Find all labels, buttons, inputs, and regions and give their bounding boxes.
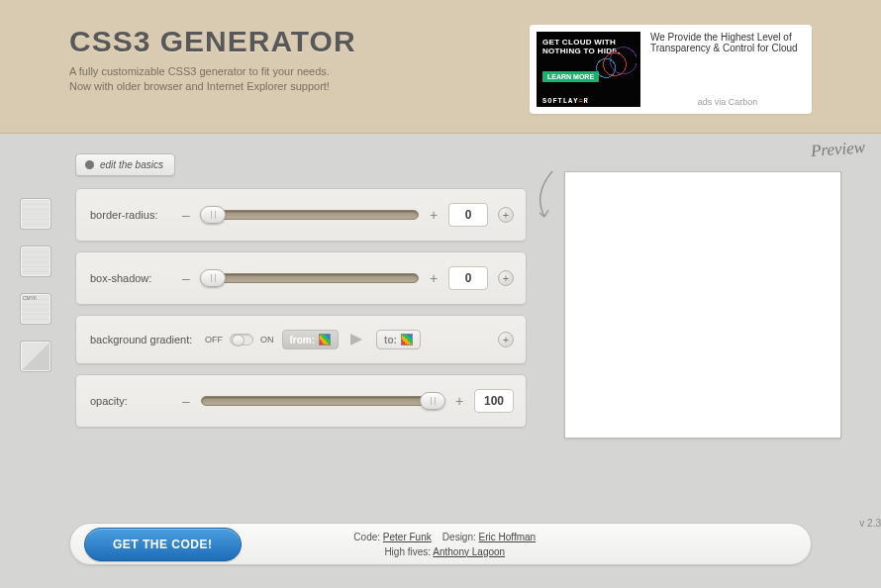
border-radius-icon[interactable] xyxy=(20,198,51,230)
arrow-drawn-icon xyxy=(531,167,564,227)
design-author-link[interactable]: Eric Hoffman xyxy=(479,532,537,542)
color-swatch-icon xyxy=(319,334,331,345)
opacity-slider[interactable] xyxy=(201,396,444,406)
minus-icon[interactable]: – xyxy=(181,393,191,409)
ad-card[interactable]: GET CLOUD WITH NOTHING TO HIDE. LEARN MO… xyxy=(530,25,812,114)
edit-basics-button[interactable]: edit the basics xyxy=(75,153,175,176)
preview-label: Preview xyxy=(810,138,865,161)
minus-icon[interactable]: – xyxy=(181,207,191,223)
arrow-right-icon xyxy=(350,334,362,345)
controls-column: edit the basics border-radius: – + 0 + b… xyxy=(75,153,527,439)
tagline-line1: A fully customizable CSS3 generator to f… xyxy=(69,65,330,77)
edit-basics-label: edit the basics xyxy=(100,159,163,170)
code-label: Code: xyxy=(353,532,380,542)
box-shadow-label: box-shadow: xyxy=(90,272,171,284)
off-label: OFF xyxy=(205,335,223,344)
title-block: CSS3 GENERATOR A fully customizable CSS3… xyxy=(69,25,356,133)
side-rail xyxy=(20,153,57,439)
tagline-line2: Now with older browser and Internet Expl… xyxy=(69,80,330,92)
design-label: Design: xyxy=(442,532,476,542)
ad-learn-more-button[interactable]: LEARN MORE xyxy=(542,71,599,82)
gradient-from-button[interactable]: from: xyxy=(282,330,340,349)
highfives-author-link[interactable]: Anthony Lagoon xyxy=(433,546,505,557)
box-shadow-slider[interactable] xyxy=(201,273,419,283)
plus-icon[interactable]: + xyxy=(429,207,439,223)
border-radius-slider[interactable] xyxy=(201,210,419,220)
opacity-label: opacity: xyxy=(90,395,171,407)
credits: Code: Peter Funk Design: Eric Hoffman Hi… xyxy=(259,530,631,559)
from-label: from: xyxy=(290,335,316,345)
box-shadow-icon[interactable] xyxy=(20,245,51,277)
gear-icon xyxy=(85,160,94,169)
gradient-label: background gradient: xyxy=(90,334,197,345)
version-label: v 2.3 xyxy=(859,518,881,529)
footer-bar: GET THE CODE! Code: Peter Funk Design: E… xyxy=(69,523,812,565)
border-radius-label: border-radius: xyxy=(90,209,171,221)
slider-thumb[interactable] xyxy=(200,269,226,287)
ad-banner[interactable]: GET CLOUD WITH NOTHING TO HIDE. LEARN MO… xyxy=(537,32,640,107)
plus-icon[interactable]: + xyxy=(429,270,439,286)
ad-right: We Provide the Highest Level of Transpar… xyxy=(650,32,805,107)
get-code-button[interactable]: GET THE CODE! xyxy=(84,528,242,561)
preview-column: Preview xyxy=(544,153,861,439)
opacity-icon[interactable] xyxy=(20,341,51,372)
opacity-value[interactable]: 100 xyxy=(474,389,514,413)
slider-thumb[interactable] xyxy=(420,392,445,410)
border-radius-value[interactable]: 0 xyxy=(448,203,488,227)
ad-headline: GET CLOUD WITH NOTHING TO HIDE. xyxy=(542,38,635,55)
border-radius-panel: border-radius: – + 0 + xyxy=(75,188,527,242)
gradient-toggle[interactable] xyxy=(230,334,253,345)
header: CSS3 GENERATOR A fully customizable CSS3… xyxy=(0,0,881,134)
gradient-toggle-group: OFF ON xyxy=(205,334,274,345)
gradient-icon[interactable] xyxy=(20,293,51,325)
preview-box xyxy=(564,171,841,439)
minus-icon[interactable]: – xyxy=(181,270,191,286)
highfives-label: High fives: xyxy=(384,546,431,557)
expand-button[interactable]: + xyxy=(498,270,514,286)
ad-attribution[interactable]: ads via Carbon xyxy=(650,97,805,107)
on-label: ON xyxy=(260,335,274,344)
ad-logo-prefix: SOFTLAY xyxy=(542,97,578,105)
expand-button[interactable]: + xyxy=(498,207,514,223)
to-label: to: xyxy=(384,335,397,345)
box-shadow-panel: box-shadow: – + 0 + xyxy=(75,251,527,305)
color-swatch-icon xyxy=(401,334,413,345)
ad-copy: We Provide the Highest Level of Transpar… xyxy=(650,32,805,53)
expand-button[interactable]: + xyxy=(498,332,514,347)
box-shadow-value[interactable]: 0 xyxy=(448,266,488,290)
main: edit the basics border-radius: – + 0 + b… xyxy=(0,134,881,588)
slider-thumb[interactable] xyxy=(200,206,226,224)
opacity-panel: opacity: – + 100 xyxy=(75,374,527,428)
ad-logo-suffix: R xyxy=(584,97,589,105)
ad-logo: SOFTLAY=R xyxy=(542,97,635,105)
page-title: CSS3 GENERATOR xyxy=(69,25,356,58)
code-author-link[interactable]: Peter Funk xyxy=(383,532,432,542)
gradient-panel: background gradient: OFF ON from: to: + xyxy=(75,315,527,364)
plus-icon[interactable]: + xyxy=(454,393,464,409)
gradient-to-button[interactable]: to: xyxy=(376,330,421,349)
tagline: A fully customizable CSS3 generator to f… xyxy=(69,64,356,95)
